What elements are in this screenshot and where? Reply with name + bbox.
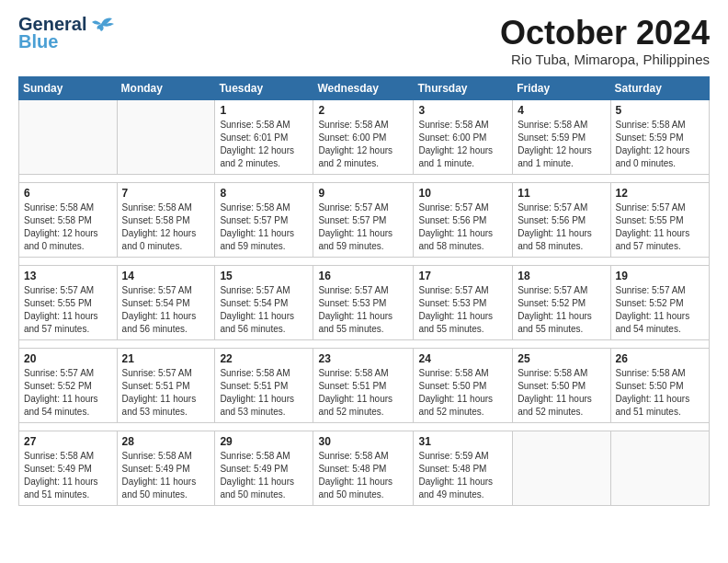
day-info: Sunrise: 5:58 AMSunset: 6:00 PMDaylight:… [318, 119, 408, 170]
day-number: 15 [220, 270, 308, 282]
day-number: 4 [518, 104, 605, 117]
day-info: Sunrise: 5:58 AMSunset: 5:58 PMDaylight:… [24, 201, 112, 253]
calendar-table: SundayMondayTuesdayWednesdayThursdayFrid… [18, 76, 710, 506]
calendar-cell [19, 99, 118, 174]
calendar-cell: 31Sunrise: 5:59 AMSunset: 5:48 PMDayligh… [414, 431, 513, 505]
day-number: 25 [518, 352, 605, 365]
day-info: Sunrise: 5:58 AMSunset: 5:49 PMDaylight:… [24, 450, 112, 501]
calendar-cell: 19Sunrise: 5:57 AMSunset: 5:52 PMDayligh… [610, 265, 709, 339]
logo: General Blue [18, 15, 114, 52]
calendar-cell: 6Sunrise: 5:58 AMSunset: 5:58 PMDaylight… [19, 182, 118, 257]
calendar-cell [117, 99, 215, 174]
calendar-cell: 27Sunrise: 5:58 AMSunset: 5:49 PMDayligh… [19, 431, 118, 505]
day-info: Sunrise: 5:58 AMSunset: 5:59 PMDaylight:… [518, 119, 605, 170]
day-number: 13 [24, 270, 112, 282]
day-info: Sunrise: 5:58 AMSunset: 5:49 PMDaylight:… [122, 450, 210, 501]
day-info: Sunrise: 5:58 AMSunset: 6:01 PMDaylight:… [220, 119, 308, 170]
day-info: Sunrise: 5:58 AMSunset: 5:50 PMDaylight:… [518, 367, 605, 419]
calendar-week-4: 20Sunrise: 5:57 AMSunset: 5:52 PMDayligh… [19, 348, 710, 422]
calendar-week-1: 1Sunrise: 5:58 AMSunset: 6:01 PMDaylight… [19, 99, 710, 174]
day-info: Sunrise: 5:58 AMSunset: 5:59 PMDaylight:… [616, 119, 704, 170]
calendar-cell: 17Sunrise: 5:57 AMSunset: 5:53 PMDayligh… [414, 265, 513, 339]
logo-blue: Blue [18, 31, 58, 52]
header: General Blue October 2024 Rio Tuba, Mima… [18, 15, 710, 67]
day-number: 10 [418, 187, 507, 200]
calendar-cell: 9Sunrise: 5:57 AMSunset: 5:57 PMDaylight… [313, 182, 414, 257]
calendar-cell: 30Sunrise: 5:58 AMSunset: 5:48 PMDayligh… [313, 431, 414, 505]
day-info: Sunrise: 5:57 AMSunset: 5:57 PMDaylight:… [318, 201, 408, 253]
day-number: 16 [318, 270, 408, 282]
day-info: Sunrise: 5:57 AMSunset: 5:54 PMDaylight:… [220, 284, 308, 336]
calendar-cell: 3Sunrise: 5:58 AMSunset: 6:00 PMDaylight… [414, 99, 513, 174]
calendar-header-monday: Monday [117, 76, 215, 99]
calendar-cell: 8Sunrise: 5:58 AMSunset: 5:57 PMDaylight… [215, 182, 313, 257]
calendar-cell: 2Sunrise: 5:58 AMSunset: 6:00 PMDaylight… [313, 99, 414, 174]
day-number: 3 [418, 104, 507, 117]
day-number: 5 [616, 104, 704, 117]
calendar-week-2: 6Sunrise: 5:58 AMSunset: 5:58 PMDaylight… [19, 182, 710, 257]
day-info: Sunrise: 5:57 AMSunset: 5:56 PMDaylight:… [518, 201, 605, 253]
calendar-cell: 1Sunrise: 5:58 AMSunset: 6:01 PMDaylight… [215, 99, 313, 174]
day-number: 2 [318, 104, 408, 117]
calendar-header-friday: Friday [513, 76, 610, 99]
week-spacer [19, 257, 710, 265]
page-container: General Blue October 2024 Rio Tuba, Mima… [0, 0, 728, 515]
week-spacer [19, 422, 710, 431]
day-info: Sunrise: 5:58 AMSunset: 5:49 PMDaylight:… [220, 450, 308, 501]
day-number: 28 [122, 435, 210, 448]
day-info: Sunrise: 5:58 AMSunset: 6:00 PMDaylight:… [418, 119, 507, 170]
calendar-cell: 10Sunrise: 5:57 AMSunset: 5:56 PMDayligh… [414, 182, 513, 257]
day-number: 30 [318, 435, 408, 448]
calendar-header-tuesday: Tuesday [215, 76, 313, 99]
day-info: Sunrise: 5:58 AMSunset: 5:48 PMDaylight:… [318, 450, 408, 501]
calendar-header-saturday: Saturday [610, 76, 709, 99]
calendar-cell: 28Sunrise: 5:58 AMSunset: 5:49 PMDayligh… [117, 431, 215, 505]
calendar-cell: 5Sunrise: 5:58 AMSunset: 5:59 PMDaylight… [610, 99, 709, 174]
day-number: 11 [518, 187, 605, 200]
day-info: Sunrise: 5:57 AMSunset: 5:52 PMDaylight:… [518, 284, 605, 336]
day-number: 1 [220, 104, 308, 117]
day-number: 18 [518, 270, 605, 282]
day-info: Sunrise: 5:57 AMSunset: 5:53 PMDaylight:… [418, 284, 507, 336]
day-number: 24 [418, 352, 507, 365]
title-block: October 2024 Rio Tuba, Mimaropa, Philipp… [500, 15, 710, 67]
day-number: 7 [122, 187, 210, 200]
calendar-cell: 14Sunrise: 5:57 AMSunset: 5:54 PMDayligh… [117, 265, 215, 339]
day-info: Sunrise: 5:58 AMSunset: 5:58 PMDaylight:… [122, 201, 210, 253]
day-number: 23 [318, 352, 408, 365]
day-info: Sunrise: 5:58 AMSunset: 5:51 PMDaylight:… [220, 367, 308, 419]
day-info: Sunrise: 5:59 AMSunset: 5:48 PMDaylight:… [418, 450, 507, 501]
calendar-week-3: 13Sunrise: 5:57 AMSunset: 5:55 PMDayligh… [19, 265, 710, 339]
day-number: 26 [616, 352, 704, 365]
calendar-cell: 4Sunrise: 5:58 AMSunset: 5:59 PMDaylight… [513, 99, 610, 174]
calendar-header-wednesday: Wednesday [313, 76, 414, 99]
day-info: Sunrise: 5:58 AMSunset: 5:57 PMDaylight:… [220, 201, 308, 253]
day-number: 20 [24, 352, 112, 365]
calendar-cell: 15Sunrise: 5:57 AMSunset: 5:54 PMDayligh… [215, 265, 313, 339]
day-info: Sunrise: 5:57 AMSunset: 5:52 PMDaylight:… [616, 284, 704, 336]
logo-bird-icon [88, 15, 114, 33]
day-number: 9 [318, 187, 408, 200]
day-info: Sunrise: 5:57 AMSunset: 5:51 PMDaylight:… [122, 367, 210, 419]
calendar-cell: 7Sunrise: 5:58 AMSunset: 5:58 PMDaylight… [117, 182, 215, 257]
page-subtitle: Rio Tuba, Mimaropa, Philippines [500, 52, 710, 67]
day-number: 29 [220, 435, 308, 448]
day-info: Sunrise: 5:57 AMSunset: 5:56 PMDaylight:… [418, 201, 507, 253]
day-info: Sunrise: 5:58 AMSunset: 5:51 PMDaylight:… [318, 367, 408, 419]
calendar-cell: 16Sunrise: 5:57 AMSunset: 5:53 PMDayligh… [313, 265, 414, 339]
calendar-cell: 18Sunrise: 5:57 AMSunset: 5:52 PMDayligh… [513, 265, 610, 339]
calendar-header-sunday: Sunday [19, 76, 118, 99]
calendar-cell: 29Sunrise: 5:58 AMSunset: 5:49 PMDayligh… [215, 431, 313, 505]
day-number: 31 [418, 435, 507, 448]
day-info: Sunrise: 5:58 AMSunset: 5:50 PMDaylight:… [616, 367, 704, 419]
calendar-cell: 24Sunrise: 5:58 AMSunset: 5:50 PMDayligh… [414, 348, 513, 422]
calendar-cell: 11Sunrise: 5:57 AMSunset: 5:56 PMDayligh… [513, 182, 610, 257]
week-spacer [19, 174, 710, 182]
calendar-cell [610, 431, 709, 505]
calendar-cell: 20Sunrise: 5:57 AMSunset: 5:52 PMDayligh… [19, 348, 118, 422]
day-number: 22 [220, 352, 308, 365]
day-info: Sunrise: 5:57 AMSunset: 5:54 PMDaylight:… [122, 284, 210, 336]
calendar-cell: 13Sunrise: 5:57 AMSunset: 5:55 PMDayligh… [19, 265, 118, 339]
day-info: Sunrise: 5:58 AMSunset: 5:50 PMDaylight:… [418, 367, 507, 419]
day-info: Sunrise: 5:57 AMSunset: 5:55 PMDaylight:… [24, 284, 112, 336]
